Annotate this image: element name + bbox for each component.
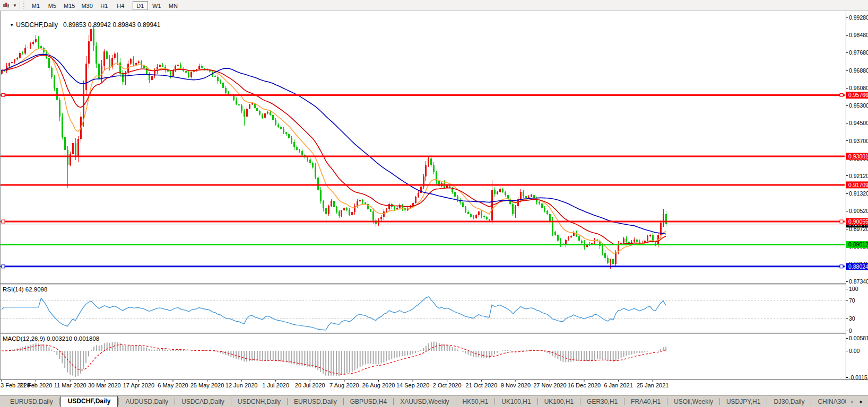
rsi-tick-label: 30 (849, 315, 855, 322)
window-menu-icon[interactable]: ▼ (10, 23, 14, 28)
date-label: 14 Sep 2020 (396, 382, 429, 388)
svg-text:0.95766: 0.95766 (848, 92, 868, 98)
chart-tab-uk100-h1[interactable]: UK100,H1 (539, 396, 579, 407)
svg-text:0.93001: 0.93001 (848, 153, 868, 160)
scroll-right-arrow[interactable]: ► (859, 399, 864, 404)
timeframe-buttons: M1M5M15M30H1H4D1W1MN (28, 1, 185, 10)
date-label: 9 Nov 2020 (501, 382, 531, 388)
level-handle[interactable] (2, 265, 5, 268)
chart-tab-gbpusd-h4[interactable]: GBPUSD,H4 (344, 396, 393, 407)
timeframe-button-mn[interactable]: MN (166, 1, 181, 10)
date-label: 12 Jun 2020 (225, 382, 258, 388)
svg-text:0.88024: 0.88024 (848, 263, 868, 270)
price-tick-label: 0.95300 (849, 102, 868, 109)
chart-symbol: USDCHF,Daily (16, 21, 58, 29)
level-axis-label-0.88024: 0.88024 (846, 263, 868, 270)
timeframe-button-m5[interactable]: M5 (45, 1, 60, 10)
macd-indicator-label: MACD(12,26,9) 0.003210 0.001808 (3, 335, 99, 342)
chart-type-icon-glyph (3, 2, 10, 9)
price-tick-label: 0.87340 (849, 278, 868, 285)
chart-ohlc-values: 0.89853 0.89942 0.89843 0.89941 (63, 21, 161, 29)
macd-tick-label: 0.005818 (849, 335, 868, 341)
tab-separator (580, 398, 580, 405)
level-handle[interactable] (2, 220, 5, 223)
chart-tab-bar: EURUSD,DailyUSDCHF,DailyAUDUSD,DailyUSDC… (0, 395, 868, 407)
svg-text:0.90055: 0.90055 (848, 218, 868, 225)
level-axis-label-0.91709: 0.91709 (846, 181, 868, 188)
date-label: 7 Aug 2020 (329, 382, 359, 388)
chart-tab-dj30-daily[interactable]: DJ30,Daily (768, 396, 810, 407)
chart-tab-xauusd-weekly[interactable]: XAUUSD,Weekly (394, 396, 455, 407)
level-handle[interactable] (840, 220, 843, 223)
price-tick-label: 0.94500 (849, 120, 868, 126)
tab-separator (393, 398, 394, 405)
rsi-indicator-label: RSI(14) 62.9098 (3, 286, 47, 293)
price-tick-label: 0.90520 (849, 208, 868, 214)
rsi-tick-label: 100 (849, 286, 858, 292)
candlestick-series (1, 23, 667, 269)
date-label: 30 Mar 2020 (88, 382, 121, 388)
tab-separator (456, 398, 456, 405)
chart-tab-ger30-h1[interactable]: GER30,H1 (581, 396, 623, 407)
tab-separator (494, 398, 495, 405)
date-label: 26 Aug 2020 (362, 382, 395, 388)
timeframe-button-w1[interactable]: W1 (149, 1, 164, 10)
level-handle[interactable] (2, 94, 5, 97)
chart-title: ▼USDCHF,Daily0.89853 0.89942 0.89843 0.8… (3, 14, 160, 36)
level-handle[interactable] (840, 265, 843, 268)
chart-tab-eurusd-daily[interactable]: EURUSD,Daily (4, 396, 59, 407)
tab-separator (231, 398, 231, 405)
tab-separator (59, 398, 60, 405)
level-axis-label-0.90055: 0.90055 (846, 218, 868, 225)
chart-tab-usdcad-daily[interactable]: USDCAD,Daily (176, 396, 230, 407)
price-tick-label: 0.96080 (849, 85, 868, 91)
tab-separator (767, 398, 767, 405)
svg-text:0.89012: 0.89012 (848, 241, 868, 247)
chart-type-dropdown-caret[interactable]: ▼ (12, 1, 18, 10)
toolbar-grip[interactable] (23, 2, 25, 10)
chart-tabs: EURUSD,DailyUSDCHF,DailyAUDUSD,DailyUSDC… (4, 396, 868, 407)
moving-average-fast (2, 49, 666, 253)
tab-separator (175, 398, 175, 405)
date-axis: 3 Feb 202021 Feb 202011 Mar 202030 Mar 2… (1, 380, 669, 388)
timeframe-button-m15[interactable]: M15 (61, 1, 77, 10)
timeframe-button-m30[interactable]: M30 (79, 1, 95, 10)
chart-tab-usdcnh-daily[interactable]: USDCNH,Daily (232, 396, 287, 407)
svg-text:0.91709: 0.91709 (848, 182, 868, 188)
chart-tab-usoil-weekly[interactable]: USOil,Weekly (668, 396, 719, 407)
date-label: 1 Jul 2020 (262, 382, 289, 388)
date-label: 2 Oct 2020 (433, 382, 462, 388)
level-handle[interactable] (840, 94, 843, 97)
date-label: 11 Mar 2020 (54, 382, 86, 388)
chart-tab-hk50-h1[interactable]: HK50,H1 (457, 396, 494, 407)
chart-tab-fra40-h1[interactable]: FRA40,H1 (625, 396, 666, 407)
chart-area[interactable]: 0.992800.984800.976800.968800.960800.953… (0, 11, 868, 395)
date-label: 25 May 2020 (190, 382, 224, 388)
date-label: 6 Jan 2021 (604, 382, 632, 388)
date-label: 16 Dec 2020 (568, 382, 601, 388)
timeframe-button-m1[interactable]: M1 (28, 1, 44, 10)
chart-tab-usdjpy-h1[interactable]: USDJPY,H1 (721, 396, 766, 407)
timeframe-button-h1[interactable]: H1 (97, 1, 112, 10)
macd-tick-label: -0.011514 (849, 374, 868, 381)
chart-tab-eurusd-daily[interactable]: EURUSD,Daily (288, 396, 343, 407)
price-tick-label: 0.98480 (849, 32, 868, 38)
price-tick-label: 0.92120 (849, 173, 868, 179)
date-label: 20 Jul 2020 (295, 382, 325, 388)
tab-separator (624, 398, 624, 405)
chart-type-icon[interactable] (1, 1, 12, 10)
timeframe-button-h4[interactable]: H4 (113, 1, 128, 10)
chart-tab-audusd-daily[interactable]: AUDUSD,Daily (119, 396, 174, 407)
date-label: 21 Feb 2020 (20, 382, 53, 388)
date-label: 6 May 2020 (158, 382, 188, 388)
rsi-tick-label: 70 (849, 297, 855, 304)
price-tick-label: 0.96880 (849, 67, 868, 74)
timeframe-button-d1[interactable]: D1 (133, 1, 148, 10)
rsi-tick-label: 0 (849, 328, 852, 334)
scroll-left-arrow[interactable]: ◄ (849, 399, 854, 404)
chart-tab-usdchf-daily[interactable]: USDCHF,Daily (60, 396, 118, 407)
rsi-line (2, 297, 666, 330)
date-label: 17 Apr 2020 (123, 382, 154, 388)
level-axis-label-0.95766: 0.95766 (846, 92, 868, 99)
chart-tab-uk100-h1[interactable]: UK100,H1 (496, 396, 536, 407)
